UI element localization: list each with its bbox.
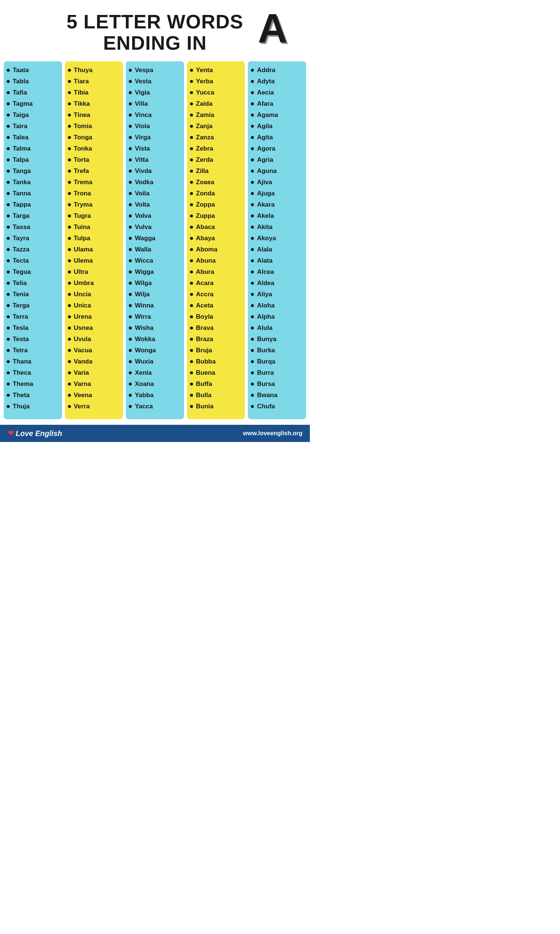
word-label: Wonga	[135, 347, 156, 354]
bullet-icon	[251, 69, 254, 72]
list-item: Akara	[251, 201, 303, 208]
word-label: Wuxia	[135, 358, 154, 365]
word-label: Tanka	[13, 179, 31, 186]
list-item: Zamia	[190, 111, 242, 119]
bullet-icon	[129, 80, 132, 83]
list-item: Varna	[68, 380, 120, 388]
list-item: Burra	[251, 369, 303, 377]
list-item: Tabla	[7, 78, 59, 85]
column-5: AddraAdytaAeciaAfaraAgamaAgilaAgitaAgora…	[248, 61, 306, 419]
column-4: YentaYerbaYuccaZaidaZamiaZanjaZanzaZebra…	[187, 61, 245, 419]
list-item: Taata	[7, 66, 59, 74]
list-item: Telia	[7, 279, 59, 287]
bullet-icon	[7, 159, 10, 162]
bullet-icon	[251, 147, 254, 150]
list-item: Bursa	[251, 380, 303, 388]
bullet-icon	[190, 327, 193, 330]
bullet-icon	[129, 237, 132, 240]
bullet-icon	[190, 136, 193, 139]
word-label: Bwana	[257, 391, 277, 399]
bullet-icon	[7, 394, 10, 397]
bullet-icon	[129, 371, 132, 375]
list-item: Akoya	[251, 234, 303, 242]
word-label: Tenia	[13, 291, 29, 298]
word-label: Aceta	[196, 302, 213, 309]
word-label: Yerba	[196, 78, 213, 85]
bullet-icon	[68, 192, 71, 195]
word-label: Yabba	[135, 391, 154, 399]
word-label: Vanda	[74, 358, 92, 365]
word-columns: TaataTablaTafiaTagmaTaigaTairaTaleaTalma…	[0, 61, 310, 423]
bullet-icon	[129, 226, 132, 229]
word-label: Taiga	[13, 111, 29, 119]
word-label: Telia	[13, 279, 26, 287]
word-label: Alcea	[257, 268, 274, 276]
list-item: Ajuga	[251, 190, 303, 197]
word-label: Vinca	[135, 111, 152, 119]
list-item: Talea	[7, 134, 59, 141]
bullet-icon	[251, 237, 254, 240]
bullet-icon	[190, 394, 193, 397]
word-label: Urena	[74, 313, 92, 321]
bullet-icon	[68, 214, 71, 217]
bullet-icon	[251, 181, 254, 184]
bullet-icon	[190, 125, 193, 128]
word-label: Tonga	[74, 134, 92, 141]
word-label: Yacca	[135, 403, 153, 410]
word-label: Trema	[74, 179, 92, 186]
word-label: Zebra	[196, 145, 213, 153]
bullet-icon	[7, 102, 10, 105]
word-label: Winna	[135, 302, 154, 309]
list-item: Tulpa	[68, 234, 120, 242]
bullet-icon	[251, 136, 254, 139]
bullet-icon	[190, 159, 193, 162]
word-label: Theta	[13, 391, 29, 399]
word-label: Bunya	[257, 336, 276, 343]
column-2: ThuyaTiaraTibiaTikkaTineaTomiaTongaTonka…	[65, 61, 123, 419]
list-item: Varia	[68, 369, 120, 377]
bullet-icon	[251, 114, 254, 117]
list-item: Tonka	[68, 145, 120, 153]
list-item: Theta	[7, 391, 59, 399]
list-item: Trefa	[68, 167, 120, 175]
bullet-icon	[68, 360, 71, 363]
word-label: Ulama	[74, 246, 93, 253]
title-line2: ENDING IN	[103, 32, 207, 54]
word-label: Vista	[135, 145, 150, 153]
word-label: Ultra	[74, 268, 88, 276]
list-item: Yucca	[190, 89, 242, 96]
bullet-icon	[129, 203, 132, 206]
bullet-icon	[68, 394, 71, 397]
word-label: Ajiva	[257, 179, 272, 186]
title-line1: 5 LETTER WORDS	[66, 11, 243, 32]
list-item: Agama	[251, 111, 303, 119]
list-item: Veena	[68, 391, 120, 399]
word-label: Targa	[13, 212, 29, 220]
list-item: Wuxia	[129, 358, 181, 365]
bullet-icon	[68, 259, 71, 262]
list-item: Umbra	[68, 279, 120, 287]
list-item: Aecia	[251, 89, 303, 96]
word-label: Talea	[13, 134, 28, 141]
word-label: Burra	[257, 369, 274, 377]
word-label: Aecia	[257, 89, 274, 96]
word-label: Wigga	[135, 268, 154, 276]
list-item: Acara	[190, 279, 242, 287]
bullet-icon	[68, 270, 71, 273]
bullet-icon	[190, 147, 193, 150]
word-label: Vigia	[135, 89, 150, 96]
bullet-icon	[129, 349, 132, 352]
bullet-icon	[251, 327, 254, 330]
list-item: Zuppa	[190, 212, 242, 220]
word-label: Tomia	[74, 123, 92, 130]
word-label: Vespa	[135, 66, 153, 74]
list-item: Vanda	[68, 358, 120, 365]
word-label: Alpha	[257, 313, 274, 321]
word-label: Acara	[196, 279, 214, 287]
list-item: Wilga	[129, 279, 181, 287]
word-label: Agora	[257, 145, 275, 153]
bullet-icon	[7, 214, 10, 217]
word-label: Verra	[74, 403, 90, 410]
list-item: Brava	[190, 324, 242, 332]
list-item: Vinca	[129, 111, 181, 119]
